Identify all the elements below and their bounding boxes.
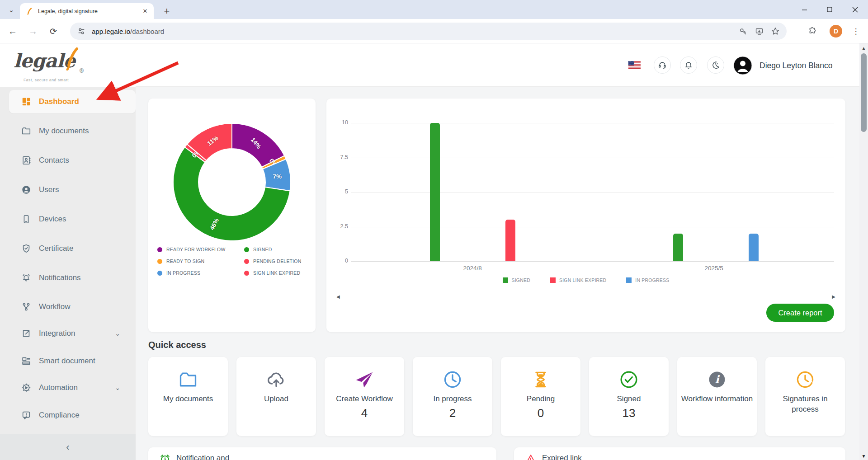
status-donut-card: 14%0%7%46%0%11% READY FOR WORKFLOWREADY … <box>148 99 316 332</box>
tab-search-button[interactable]: ⌄ <box>5 4 18 16</box>
scroll-right-icon[interactable]: ▶ <box>832 294 835 299</box>
sidebar-item-contacts[interactable]: Contacts <box>0 148 136 173</box>
clock-blue-icon <box>443 369 462 390</box>
page-scrollbar[interactable]: ▲ ▼ <box>859 43 868 460</box>
section-card-notification-and[interactable]: Notification and <box>148 447 496 460</box>
sidebar-item-compliance[interactable]: Compliance <box>0 403 136 428</box>
chart-horizontal-scrollbar[interactable]: ◀ ▶ <box>336 294 835 300</box>
tab-close-icon[interactable]: ✕ <box>141 7 149 15</box>
legend-dot <box>157 247 162 252</box>
reload-button[interactable]: ⟳ <box>46 23 61 39</box>
hourglass-orange-icon <box>531 369 551 390</box>
url-text[interactable]: app.legale.io/dashboard <box>92 28 731 35</box>
legend-dot <box>157 259 162 264</box>
bar-legend-item-in-progress: IN PROGRESS <box>626 277 669 283</box>
sidebar-item-my-documents[interactable]: My documents <box>0 118 136 144</box>
window-minimize-button[interactable] <box>793 0 816 19</box>
cloud-upload-icon <box>266 369 286 390</box>
create-report-button[interactable]: Create report <box>766 304 834 322</box>
tab-favicon-pen-icon <box>26 8 33 15</box>
support-headset-button[interactable] <box>654 56 671 74</box>
extensions-puzzle-icon[interactable] <box>807 26 817 36</box>
quick-access-card-upload[interactable]: Upload <box>236 357 316 436</box>
quick-access-label: Signatures in process <box>765 394 845 415</box>
folder-icon <box>21 126 32 136</box>
quick-access-count: 2 <box>449 406 456 420</box>
quick-access-card-signed[interactable]: Signed13 <box>589 357 669 436</box>
quick-access-card-workflow-information[interactable]: iWorkflow information <box>677 357 757 436</box>
legend-dot <box>244 247 249 252</box>
sidebar-item-notifications[interactable]: Notifications <box>0 265 136 291</box>
sidebar-item-label: Users <box>39 185 136 194</box>
quick-access-card-my-documents[interactable]: My documents <box>148 357 228 436</box>
dashboard-grid-icon <box>21 96 32 107</box>
sidebar-item-label: Dashboard <box>39 97 136 106</box>
passwords-key-icon[interactable] <box>738 26 748 36</box>
bar-in-progress[interactable] <box>749 234 759 261</box>
browser-profile-avatar[interactable]: D <box>830 25 842 38</box>
install-app-icon[interactable] <box>754 26 764 36</box>
quick-access-card-pending[interactable]: Pending0 <box>501 357 580 436</box>
logo-tagline: Fast, secure and smart <box>24 78 69 82</box>
sidebar-item-automation[interactable]: Automation⌄ <box>0 375 136 400</box>
quick-access-label: Workflow information <box>678 394 756 404</box>
dark-mode-moon-button[interactable] <box>707 56 724 74</box>
sidebar-item-certificate[interactable]: Certificate <box>0 236 136 261</box>
sidebar-item-devices[interactable]: Devices <box>0 207 136 232</box>
scroll-left-icon[interactable]: ◀ <box>336 294 340 299</box>
sidebar-item-users[interactable]: Users <box>0 177 136 202</box>
y-tick-label: 7.5 <box>330 154 348 160</box>
quick-access-card-create-workflow[interactable]: Create Workflow4 <box>325 357 404 436</box>
quick-access-label: Pending <box>523 394 558 404</box>
browser-tab[interactable]: Legale, digital signature ✕ <box>20 3 154 19</box>
scroll-up-icon[interactable]: ▲ <box>859 46 868 51</box>
legend-square <box>550 277 556 283</box>
sidebar-item-dashboard[interactable]: Dashboard <box>0 89 136 114</box>
new-tab-button[interactable]: + <box>160 5 174 18</box>
sidebar-collapse-button[interactable]: ‹ <box>0 434 136 460</box>
forward-button[interactable]: → <box>25 23 41 39</box>
quick-access-count: 4 <box>361 406 368 420</box>
site-settings-icon[interactable] <box>76 26 86 36</box>
chevron-down-icon[interactable]: ⌄ <box>115 384 120 391</box>
sidebar-item-integration[interactable]: Integration⌄ <box>0 321 136 346</box>
user-avatar[interactable] <box>733 56 752 75</box>
quick-access-label: In progress <box>429 394 475 404</box>
browser-menu-icon[interactable]: ⋮ <box>850 23 862 39</box>
scroll-down-icon[interactable]: ▼ <box>859 454 868 459</box>
quick-access-card-in-progress[interactable]: In progress2 <box>413 357 492 436</box>
legend-dot <box>244 259 249 264</box>
address-bar[interactable]: app.legale.io/dashboard <box>70 23 787 40</box>
back-button[interactable]: ← <box>5 23 20 39</box>
smart-doc-icon <box>21 356 32 366</box>
sidebar-item-label: Workflow <box>39 302 136 311</box>
warning-red-icon <box>525 453 537 460</box>
gridline <box>351 158 834 158</box>
bookmark-star-icon[interactable] <box>770 26 780 36</box>
window-close-button[interactable] <box>844 0 866 19</box>
window-maximize-button[interactable] <box>818 0 841 19</box>
language-flag-us-icon[interactable] <box>628 61 641 69</box>
x-tick-label: 2025/5 <box>704 265 723 272</box>
user-name[interactable]: Diego Leyton Blanco <box>760 61 833 70</box>
bar-signed[interactable] <box>430 123 440 261</box>
logo[interactable]: legale ® Fast, secure and smart <box>0 43 136 87</box>
chat-alert-icon <box>21 410 32 421</box>
dashboard-content: 14%0%7%46%0%11% READY FOR WORKFLOWREADY … <box>136 87 859 460</box>
scrollbar-thumb[interactable] <box>861 53 867 132</box>
bar-chart-plot[interactable] <box>351 123 834 261</box>
user-circle-icon <box>21 184 32 195</box>
bar-signed[interactable] <box>673 234 683 261</box>
quick-access-card-signatures-in-process[interactable]: Signatures in process <box>765 357 845 436</box>
section-card-expired-link[interactable]: Expired link <box>514 447 845 460</box>
section-card-title: Notification and <box>176 454 229 460</box>
legend-item-ready-to-sign: READY TO SIGN <box>157 258 204 264</box>
bar-sign-link-expired[interactable] <box>505 220 515 261</box>
status-donut-chart[interactable]: 14%0%7%46%0%11% <box>162 112 302 252</box>
sidebar-item-workflow[interactable]: Workflow <box>0 294 136 319</box>
notifications-bell-button[interactable] <box>680 56 697 74</box>
chevron-down-icon[interactable]: ⌄ <box>115 330 120 337</box>
gear-play-icon <box>21 382 32 393</box>
tab-title: Legale, digital signature <box>38 8 141 14</box>
sidebar-item-smart-document[interactable]: Smart document <box>0 348 136 374</box>
